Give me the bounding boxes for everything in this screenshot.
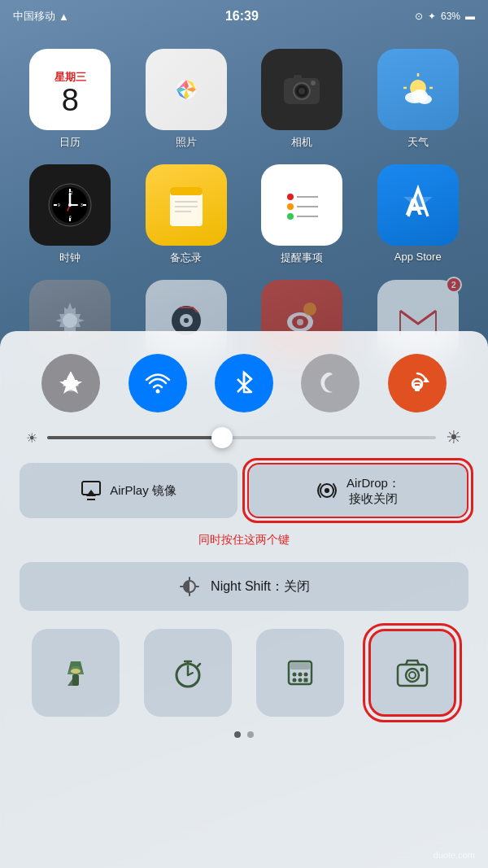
gmail-badge: 2 xyxy=(446,277,462,293)
app-label-weather: 天气 xyxy=(407,135,429,150)
svg-point-72 xyxy=(71,669,81,674)
airplay-airdrop-row: AirPlay 镜像 AirDrop：接收关闭 xyxy=(20,463,468,518)
appstore-svg: A xyxy=(394,181,442,229)
moon-icon xyxy=(316,369,344,397)
rotation-lock-icon xyxy=(403,369,431,397)
svg-text:3: 3 xyxy=(81,203,83,207)
app-grid: 星期三 8 日历 照片 xyxy=(0,41,488,369)
svg-point-50 xyxy=(297,319,303,325)
page-dot-2 xyxy=(247,731,254,738)
nightshift-icon xyxy=(178,575,201,598)
svg-point-84 xyxy=(293,678,297,683)
flashlight-icon xyxy=(58,655,94,691)
app-label-photos: 照片 xyxy=(176,135,197,150)
brightness-thumb[interactable] xyxy=(211,427,233,448)
svg-rect-86 xyxy=(304,678,308,683)
svg-rect-61 xyxy=(414,383,420,387)
battery-icon: ▬ xyxy=(465,11,475,22)
status-bar: 中国移动 ▲ 16:39 ⊙ ✦ 63% ▬ xyxy=(0,0,488,33)
svg-point-6 xyxy=(311,81,316,85)
svg-point-28 xyxy=(68,203,72,207)
clock-svg: 12 3 6 9 xyxy=(45,180,95,230)
app-icon-calendar[interactable]: 星期三 8 日历 xyxy=(16,49,124,150)
airplay-icon xyxy=(81,480,102,501)
rotation-toggle[interactable] xyxy=(388,354,447,412)
svg-rect-80 xyxy=(290,663,310,670)
app-icon-clock[interactable]: 12 3 6 9 时钟 xyxy=(16,164,124,265)
nightshift-label: Night Shift：关闭 xyxy=(211,578,310,595)
carrier-label: 中国移动 xyxy=(13,9,55,24)
svg-point-83 xyxy=(304,673,308,677)
svg-marker-63 xyxy=(86,490,96,496)
svg-line-78 xyxy=(198,664,200,666)
svg-point-49 xyxy=(303,303,316,316)
wifi-toggle[interactable] xyxy=(129,354,187,412)
camera-svg-home xyxy=(279,67,325,112)
status-time: 16:39 xyxy=(225,9,259,24)
brightness-max-icon: ☀ xyxy=(446,427,462,448)
app-icon-notes[interactable]: 备忘录 xyxy=(133,164,241,265)
app-icon-appstore[interactable]: A App Store xyxy=(364,164,473,265)
svg-point-34 xyxy=(287,194,294,200)
camera-tool-icon xyxy=(394,655,430,691)
hint-text: 同时按住这两个键 xyxy=(20,533,468,547)
svg-rect-30 xyxy=(170,187,203,195)
airdrop-label: AirDrop：接收关闭 xyxy=(346,475,400,507)
svg-text:9: 9 xyxy=(58,203,60,207)
app-label-notes: 备忘录 xyxy=(170,251,202,265)
app-icon-photos[interactable]: 照片 xyxy=(133,49,241,150)
airdrop-button[interactable]: AirDrop：接收关闭 xyxy=(247,463,468,518)
control-center: ☀ ☀ AirPlay 镜像 AirDrop：接收关闭 xyxy=(0,331,488,868)
notes-svg xyxy=(162,181,211,229)
brightness-row: ☀ ☀ xyxy=(20,427,468,448)
svg-point-46 xyxy=(184,318,189,323)
wifi-icon: ▲ xyxy=(59,11,69,23)
bluetooth-toggle[interactable] xyxy=(215,354,273,412)
svg-rect-5 xyxy=(294,75,302,80)
app-label-calendar: 日历 xyxy=(59,135,81,150)
bluetooth-status-icon: ✦ xyxy=(428,11,436,22)
brightness-slider[interactable] xyxy=(47,436,436,439)
weather-svg xyxy=(394,65,442,114)
airplay-button[interactable]: AirPlay 镜像 xyxy=(20,463,237,518)
svg-point-55 xyxy=(155,390,159,394)
app-label-camera: 相机 xyxy=(291,135,312,150)
wifi-icon xyxy=(144,369,172,397)
camera-tool-button[interactable] xyxy=(368,629,456,717)
svg-point-38 xyxy=(287,213,294,220)
toggle-row xyxy=(20,354,468,412)
brightness-fill xyxy=(47,436,222,439)
brightness-min-icon: ☀ xyxy=(26,430,37,446)
watermark: duote.com xyxy=(434,850,475,860)
svg-point-88 xyxy=(406,669,419,682)
photos-svg xyxy=(162,65,211,114)
calculator-icon xyxy=(282,655,318,691)
status-left: 中国移动 ▲ xyxy=(13,9,69,24)
airplane-icon xyxy=(58,370,84,396)
app-icon-weather[interactable]: 天气 xyxy=(364,49,473,150)
app-icon-camera[interactable]: 相机 xyxy=(248,49,356,150)
airplay-label: AirPlay 镜像 xyxy=(110,483,176,499)
calendar-day: 8 xyxy=(62,85,79,116)
tools-row xyxy=(20,629,468,717)
airplane-toggle[interactable] xyxy=(41,354,100,412)
svg-point-90 xyxy=(420,668,425,672)
dnd-toggle[interactable] xyxy=(301,354,359,412)
flashlight-button[interactable] xyxy=(32,629,120,717)
calculator-button[interactable] xyxy=(256,629,344,717)
page-dot-1 xyxy=(234,731,241,738)
svg-point-85 xyxy=(298,678,303,683)
app-label-reminders: 提醒事项 xyxy=(281,251,323,265)
svg-point-66 xyxy=(325,488,329,493)
battery-label: 63% xyxy=(441,11,460,22)
svg-point-81 xyxy=(293,673,297,677)
app-label-appstore: App Store xyxy=(394,251,442,263)
svg-rect-69 xyxy=(71,661,81,666)
svg-point-36 xyxy=(287,203,294,210)
svg-rect-71 xyxy=(72,674,79,686)
nightshift-button[interactable]: Night Shift：关闭 xyxy=(20,562,468,611)
timer-button[interactable] xyxy=(144,629,232,717)
app-icon-reminders[interactable]: 提醒事项 xyxy=(248,164,356,265)
svg-point-82 xyxy=(298,673,303,677)
svg-point-14 xyxy=(417,94,432,104)
